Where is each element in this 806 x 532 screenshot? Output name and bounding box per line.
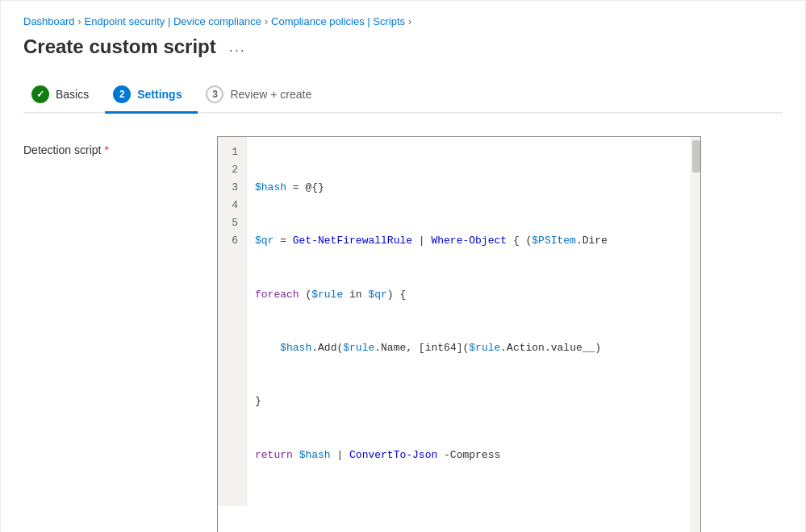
tab-basics[interactable]: ✓ Basics [23, 77, 105, 114]
code-editor[interactable]: 1 2 3 4 5 6 $hash = @{} $qr = Get-NetFir… [217, 136, 701, 532]
tab-basics-badge: ✓ [31, 85, 49, 103]
breadcrumb-endpoint-security[interactable]: Endpoint security | Device compliance [85, 15, 261, 27]
tab-review-label: Review + create [230, 88, 311, 101]
line-numbers: 1 2 3 4 5 6 [218, 137, 247, 506]
scrollbar-thumb[interactable] [692, 140, 700, 172]
tab-settings-badge: 2 [113, 85, 131, 103]
scrollbar-vertical[interactable] [691, 137, 700, 506]
tab-settings[interactable]: 2 Settings [105, 77, 198, 114]
breadcrumb-dashboard[interactable]: Dashboard [23, 15, 75, 27]
tab-review-badge: 3 [206, 85, 223, 103]
breadcrumb-sep-1: › [78, 16, 81, 27]
page-title-row: Create custom script ... [23, 35, 783, 58]
tabs-row: ✓ Basics 2 Settings 3 Review + create [23, 77, 783, 114]
tab-basics-label: Basics [56, 88, 89, 101]
form-section: Detection script * 1 2 3 4 5 6 $hash = @… [23, 136, 783, 532]
breadcrumb-compliance-scripts[interactable]: Compliance policies | Scripts [271, 15, 405, 27]
breadcrumb: Dashboard › Endpoint security | Device c… [23, 15, 783, 27]
breadcrumb-sep-2: › [265, 16, 268, 27]
required-star: * [104, 143, 108, 156]
page-title: Create custom script [23, 35, 216, 58]
tab-review[interactable]: 3 Review + create [198, 77, 328, 114]
tab-settings-label: Settings [137, 88, 182, 101]
code-content[interactable]: $hash = @{} $qr = Get-NetFirewallRule | … [247, 137, 700, 506]
detection-script-row: Detection script * 1 2 3 4 5 6 $hash = @… [23, 136, 783, 532]
ellipsis-button[interactable]: ... [224, 37, 251, 57]
page-container: Dashboard › Endpoint security | Device c… [0, 0, 806, 532]
detection-script-label: Detection script * [23, 136, 201, 159]
breadcrumb-sep-3: › [408, 16, 411, 27]
editor-empty-space [218, 506, 700, 532]
